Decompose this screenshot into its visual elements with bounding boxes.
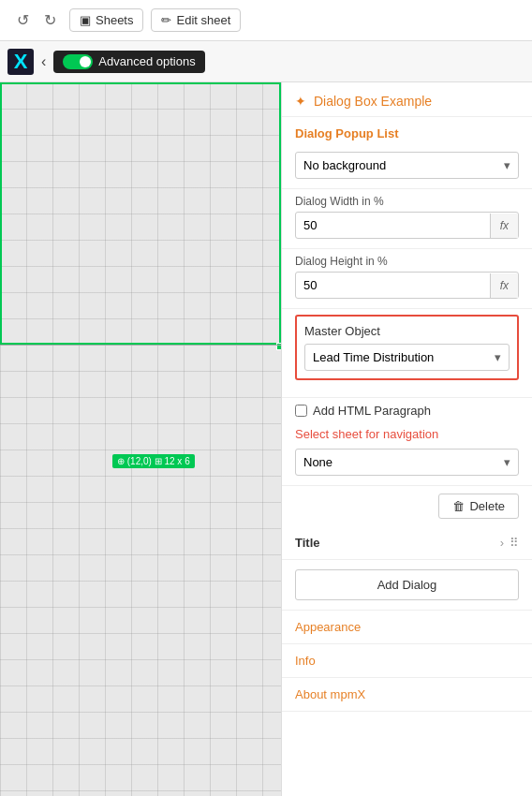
background-section: No background ▾ <box>282 146 532 189</box>
canvas-position-label: ⊕ (12,0) ⊞ 12 x 6 <box>112 454 195 468</box>
redo-button[interactable]: ↻ <box>38 7 62 33</box>
edit-sheet-label: Edit sheet <box>176 13 230 27</box>
dialog-width-input-group: fx <box>295 212 519 239</box>
section-title: Dialog Popup List <box>282 117 532 146</box>
undo-button[interactable]: ↺ <box>11 7 35 33</box>
select-sheet-text: Select sheet <box>295 427 362 441</box>
select-sheet-for-text: for <box>365 427 379 441</box>
delete-label: Delete <box>469 499 505 513</box>
dialog-width-label: Dialog Width in % <box>295 195 519 208</box>
background-select[interactable]: No background ▾ <box>295 152 519 179</box>
master-object-label: Master Object <box>304 324 510 338</box>
panel-header-title: Dialog Box Example <box>314 94 432 109</box>
dialog-height-label: Dialog Height in % <box>295 255 519 268</box>
dialog-width-section: Dialog Width in % fx <box>282 189 532 249</box>
canvas-selection-box <box>0 82 281 345</box>
top-bar-left: ↺ ↻ ▣ Sheets ✏ Edit sheet <box>11 7 241 33</box>
undo-redo-group: ↺ ↻ <box>11 7 62 33</box>
master-object-section: Master Object Lead Time Distribution ▾ <box>282 309 532 398</box>
master-object-value: Lead Time Distribution <box>313 350 434 364</box>
title-label: Title <box>295 536 320 550</box>
dialog-height-section: Dialog Height in % fx <box>282 249 532 309</box>
background-value: No background <box>303 158 386 172</box>
dots-grid-icon: ⠿ <box>510 536 519 550</box>
toolbar-row: X ‹ Advanced options <box>0 41 532 82</box>
trash-icon: 🗑 <box>452 499 465 513</box>
title-row[interactable]: Title › ⠿ <box>282 526 532 560</box>
about-item[interactable]: About mpmX <box>282 678 532 712</box>
background-dropdown-icon: ▾ <box>504 158 510 172</box>
nav-dropdown-icon: ▾ <box>504 455 510 469</box>
dialog-width-fx-button[interactable]: fx <box>490 214 518 238</box>
chevron-right-icon: › <box>500 536 504 550</box>
add-dialog-button[interactable]: Add Dialog <box>295 569 519 600</box>
panel-header: ✦ Dialog Box Example <box>282 82 532 117</box>
nav-select[interactable]: None ▾ <box>295 449 519 476</box>
main-area: ⊕ (12,0) ⊞ 12 x 6 ✦ Dialog Box Example D… <box>0 82 532 796</box>
add-html-checkbox[interactable] <box>295 405 307 417</box>
nav-select-value: None <box>303 455 332 469</box>
select-sheet-navigation: navigation <box>383 427 438 441</box>
advanced-options-toggle[interactable]: Advanced options <box>53 51 204 73</box>
back-button[interactable]: ‹ <box>41 53 46 70</box>
edit-sheet-button[interactable]: ✏ Edit sheet <box>151 8 241 32</box>
canvas-grid: ⊕ (12,0) ⊞ 12 x 6 <box>0 82 281 796</box>
advanced-options-label: Advanced options <box>98 54 195 68</box>
sheets-icon: ▣ <box>80 13 91 27</box>
title-row-icons: › ⠿ <box>500 536 519 550</box>
dialog-height-input[interactable] <box>296 273 490 298</box>
add-html-row: Add HTML Paragraph <box>282 398 532 423</box>
bottom-nav: Appearance Info About mpmX <box>282 610 532 712</box>
logo: X <box>7 49 34 75</box>
top-bar: ↺ ↻ ▣ Sheets ✏ Edit sheet <box>0 0 532 41</box>
canvas-horizontal-line <box>0 345 281 346</box>
appearance-item[interactable]: Appearance <box>282 611 532 644</box>
delete-button[interactable]: 🗑 Delete <box>438 494 519 519</box>
toggle-switch[interactable] <box>63 54 93 69</box>
sheets-label: Sheets <box>96 13 133 27</box>
toggle-knob <box>80 56 91 67</box>
sheets-button[interactable]: ▣ Sheets <box>69 8 143 32</box>
info-item[interactable]: Info <box>282 644 532 678</box>
right-panel: ✦ Dialog Box Example Dialog Popup List N… <box>281 82 532 796</box>
edit-icon: ✏ <box>161 13 171 27</box>
master-object-dropdown-icon: ▾ <box>495 350 501 364</box>
dialog-width-input[interactable] <box>296 213 490 238</box>
dialog-height-input-group: fx <box>295 272 519 299</box>
canvas-area: ⊕ (12,0) ⊞ 12 x 6 <box>0 82 281 796</box>
select-sheet-label-row: Select sheet for navigation <box>282 423 532 443</box>
puzzle-icon: ✦ <box>295 94 306 109</box>
master-object-box: Master Object Lead Time Distribution ▾ <box>295 315 519 380</box>
toolbar-left: X ‹ Advanced options <box>7 49 205 75</box>
add-html-label: Add HTML Paragraph <box>313 404 431 418</box>
master-object-select[interactable]: Lead Time Distribution ▾ <box>304 344 510 371</box>
nav-select-section: None ▾ <box>282 443 532 486</box>
dialog-height-fx-button[interactable]: fx <box>490 273 518 298</box>
delete-row: 🗑 Delete <box>282 486 532 526</box>
